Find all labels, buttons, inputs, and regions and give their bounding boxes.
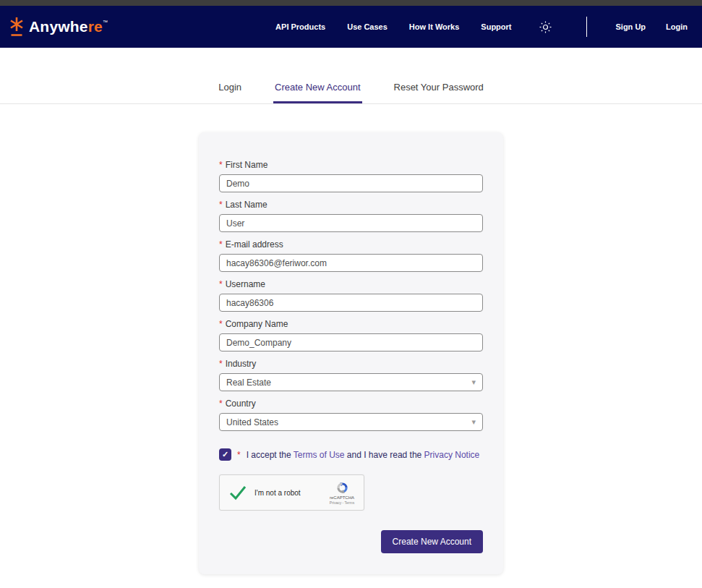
- terms-of-use-link[interactable]: Terms of Use: [294, 450, 345, 460]
- required-marker: *: [219, 319, 223, 329]
- required-marker: *: [219, 200, 223, 210]
- auth-tabs: Login Create New Account Reset Your Pass…: [0, 78, 702, 103]
- recaptcha-checkmark-icon: [228, 483, 247, 502]
- industry-select[interactable]: Real Estate ▾: [219, 373, 483, 391]
- terms-row: ✓ * I accept the Terms of Use and I have…: [219, 448, 483, 461]
- privacy-notice-link[interactable]: Privacy Notice: [424, 450, 480, 460]
- field-company-name: *Company Name: [219, 319, 483, 351]
- field-country: *Country United States ▾: [219, 399, 483, 431]
- terms-statement: I accept the Terms of Use and I have rea…: [247, 450, 480, 460]
- field-username: *Username: [219, 279, 483, 312]
- sign-up-link[interactable]: Sign Up: [616, 22, 646, 31]
- field-email: *E-mail address: [219, 239, 483, 272]
- login-link[interactable]: Login: [666, 22, 688, 31]
- site-header: Anywhere™ API Products Use Cases How It …: [0, 6, 702, 48]
- first-name-label: *First Name: [219, 160, 483, 170]
- recaptcha-label: I'm not a robot: [254, 489, 326, 497]
- dropdown-arrow-icon: ▾: [471, 378, 476, 386]
- terms-checkbox[interactable]: ✓: [219, 448, 231, 461]
- country-select[interactable]: United States ▾: [219, 413, 483, 431]
- company-name-input[interactable]: [219, 333, 483, 351]
- browser-top-strip: [0, 0, 702, 6]
- first-name-input[interactable]: [219, 174, 483, 192]
- recaptcha-brand-name: reCAPTCHA: [330, 495, 354, 500]
- username-input[interactable]: [219, 294, 483, 312]
- main-nav: API Products Use Cases How It Works Supp…: [275, 17, 692, 37]
- required-marker: *: [219, 399, 223, 409]
- submit-row: Create New Account: [219, 530, 483, 553]
- nav-divider: [586, 17, 587, 37]
- recaptcha-widget[interactable]: I'm not a robot reCAPTCHA Privacy - Term…: [219, 474, 364, 511]
- tab-create-new-account[interactable]: Create New Account: [273, 78, 362, 103]
- recaptcha-privacy-terms-links[interactable]: Privacy - Terms: [330, 500, 354, 505]
- dropdown-arrow-icon: ▾: [471, 418, 476, 426]
- country-label: *Country: [219, 399, 483, 409]
- nav-support[interactable]: Support: [481, 22, 511, 31]
- required-marker: *: [219, 359, 223, 369]
- email-input[interactable]: [219, 254, 483, 272]
- last-name-label: *Last Name: [219, 200, 483, 210]
- tabs-bar: Login Create New Account Reset Your Pass…: [0, 78, 702, 104]
- create-account-card: *First Name *Last Name *E-mail address *…: [199, 132, 503, 574]
- auth-links: Sign Up Login: [616, 22, 688, 31]
- required-marker: *: [237, 450, 241, 460]
- brand-name: Anywhere™: [29, 18, 108, 35]
- email-label: *E-mail address: [219, 239, 483, 250]
- nav-api-products[interactable]: API Products: [275, 22, 325, 31]
- sun-icon: [539, 21, 552, 33]
- company-name-label: *Company Name: [219, 319, 483, 329]
- tab-login[interactable]: Login: [217, 78, 243, 103]
- trademark-mark: ™: [103, 20, 108, 25]
- industry-label: *Industry: [219, 359, 483, 369]
- required-marker: *: [219, 239, 223, 250]
- nav-how-it-works[interactable]: How It Works: [409, 22, 459, 31]
- field-first-name: *First Name: [219, 160, 483, 192]
- username-label: *Username: [219, 279, 483, 289]
- recaptcha-brand: reCAPTCHA Privacy - Terms: [326, 481, 358, 505]
- asterisk-logo-icon: [7, 16, 26, 38]
- country-selected-value: United States: [226, 417, 278, 427]
- industry-selected-value: Real Estate: [226, 378, 271, 388]
- field-last-name: *Last Name: [219, 200, 483, 232]
- recaptcha-logo-icon: [335, 481, 349, 495]
- nav-use-cases[interactable]: Use Cases: [347, 22, 388, 31]
- brand-logo[interactable]: Anywhere™: [7, 16, 108, 38]
- field-industry: *Industry Real Estate ▾: [219, 359, 483, 391]
- checkmark-icon: ✓: [222, 451, 228, 459]
- create-new-account-button[interactable]: Create New Account: [381, 530, 483, 553]
- required-marker: *: [219, 160, 223, 170]
- last-name-input[interactable]: [219, 214, 483, 232]
- tab-reset-your-password[interactable]: Reset Your Password: [393, 78, 485, 103]
- required-marker: *: [219, 279, 223, 289]
- theme-toggle-button[interactable]: [539, 21, 552, 33]
